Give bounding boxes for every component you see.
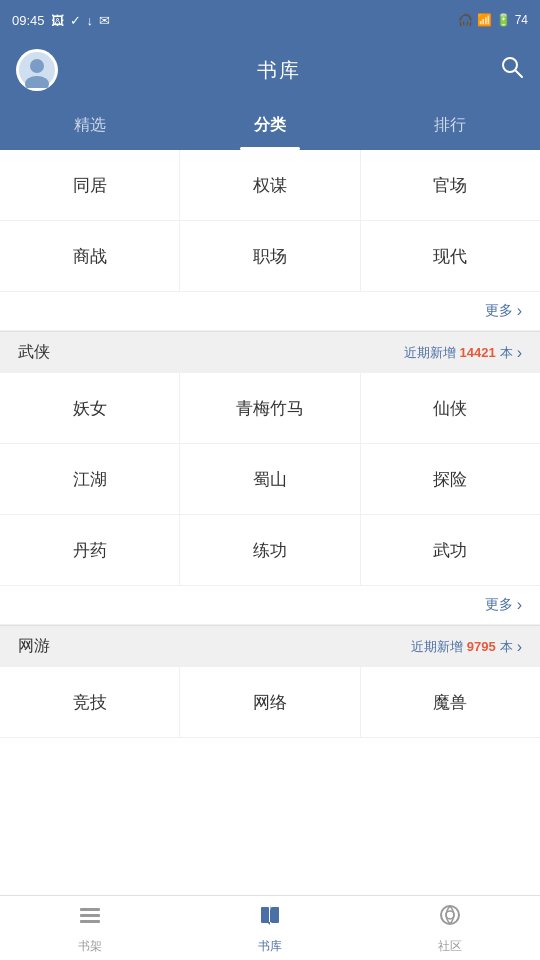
avatar-image <box>19 52 55 88</box>
status-left: 09:45 🖼 ✓ ↓ ✉ <box>12 13 110 28</box>
check-icon: ✓ <box>70 13 81 28</box>
nav-item-bookshelf[interactable]: 书架 <box>0 896 180 960</box>
category-item-guanchang[interactable]: 官场 <box>361 150 540 220</box>
battery-frame-icon: 🔋 <box>496 13 511 27</box>
category-item-jingji[interactable]: 竞技 <box>0 667 180 737</box>
section-title-wuxia: 武侠 <box>18 342 50 363</box>
category-item-shushan[interactable]: 蜀山 <box>180 444 360 514</box>
category-item-xiandai[interactable]: 现代 <box>361 221 540 291</box>
more-row-wuxia: 更多 › <box>0 586 540 625</box>
category-item-zhichang[interactable]: 职场 <box>180 221 360 291</box>
avatar[interactable] <box>16 49 58 91</box>
more-row-romance: 更多 › <box>0 292 540 331</box>
bottom-nav: 书架 书库 社区 <box>0 895 540 960</box>
tab-bar: 精选 分类 排行 <box>0 100 540 150</box>
svg-point-11 <box>441 906 459 924</box>
section-chevron-icon: › <box>517 344 522 362</box>
more-button-wuxia[interactable]: 更多 › <box>485 596 522 614</box>
section-header-onlinegame[interactable]: 网游 近期新增 9795 本 › <box>0 625 540 667</box>
category-item-shangzhan[interactable]: 商战 <box>0 221 180 291</box>
bookshelf-icon <box>77 902 103 934</box>
category-item-qingmeizhuma[interactable]: 青梅竹马 <box>180 373 360 443</box>
svg-rect-7 <box>80 920 100 923</box>
category-row: 妖女 青梅竹马 仙侠 <box>0 373 540 444</box>
nav-item-library[interactable]: 书库 <box>180 896 360 960</box>
category-item-tanxian[interactable]: 探险 <box>361 444 540 514</box>
svg-rect-6 <box>80 914 100 917</box>
content-area: 同居 权谋 官场 商战 职场 现代 更多 › 武侠 <box>0 150 540 895</box>
category-row: 商战 职场 现代 <box>0 221 540 292</box>
category-row: 竞技 网络 魔兽 <box>0 667 540 738</box>
svg-point-1 <box>30 59 44 73</box>
category-item-wugong[interactable]: 武功 <box>361 515 540 585</box>
section-meta-wuxia: 近期新增 14421 本 › <box>404 344 522 362</box>
community-icon <box>437 902 463 934</box>
category-item-tongjv[interactable]: 同居 <box>0 150 180 220</box>
nav-item-community[interactable]: 社区 <box>360 896 540 960</box>
category-item-yaonv[interactable]: 妖女 <box>0 373 180 443</box>
more-button-romance[interactable]: 更多 › <box>485 302 522 320</box>
category-row: 江湖 蜀山 探险 <box>0 444 540 515</box>
category-item-quanmou[interactable]: 权谋 <box>180 150 360 220</box>
section-chevron-og-icon: › <box>517 638 522 656</box>
svg-rect-5 <box>80 908 100 911</box>
category-item-jianghu[interactable]: 江湖 <box>0 444 180 514</box>
page-title: 书库 <box>257 57 301 84</box>
section-romance: 同居 权谋 官场 商战 职场 现代 <box>0 150 540 292</box>
chevron-icon: › <box>517 302 522 320</box>
message-icon: ✉ <box>99 13 110 28</box>
category-item-liangong[interactable]: 练功 <box>180 515 360 585</box>
nav-label-library: 书库 <box>258 938 282 955</box>
library-icon <box>257 902 283 934</box>
tab-featured[interactable]: 精选 <box>0 100 180 150</box>
section-wuxia-grid: 妖女 青梅竹马 仙侠 江湖 蜀山 探险 丹药 练功 <box>0 373 540 586</box>
wifi-icon: 📶 <box>477 13 492 27</box>
nav-label-bookshelf: 书架 <box>78 938 102 955</box>
nav-label-community: 社区 <box>438 938 462 955</box>
category-item-danyao[interactable]: 丹药 <box>0 515 180 585</box>
headphone-icon: 🎧 <box>458 13 473 27</box>
battery-level: 74 <box>515 13 528 27</box>
category-item-wangluo[interactable]: 网络 <box>180 667 360 737</box>
section-header-wuxia[interactable]: 武侠 近期新增 14421 本 › <box>0 331 540 373</box>
category-item-xianxia[interactable]: 仙侠 <box>361 373 540 443</box>
chevron-more-icon: › <box>517 596 522 614</box>
category-item-mashou[interactable]: 魔兽 <box>361 667 540 737</box>
section-meta-onlinegame: 近期新增 9795 本 › <box>411 638 522 656</box>
category-row: 丹药 练功 武功 <box>0 515 540 586</box>
tab-ranking[interactable]: 排行 <box>360 100 540 150</box>
status-bar: 09:45 🖼 ✓ ↓ ✉ 🎧 📶 🔋 74 <box>0 0 540 40</box>
status-right: 🎧 📶 🔋 74 <box>458 13 528 27</box>
app-header: 书库 <box>0 40 540 100</box>
category-row: 同居 权谋 官场 <box>0 150 540 221</box>
status-time: 09:45 <box>12 13 45 28</box>
search-icon[interactable] <box>500 55 524 85</box>
svg-line-4 <box>515 70 522 77</box>
tab-category[interactable]: 分类 <box>180 100 360 150</box>
svg-rect-8 <box>261 907 269 923</box>
section-title-onlinegame: 网游 <box>18 636 50 657</box>
section-onlinegame-grid: 竞技 网络 魔兽 <box>0 667 540 738</box>
download-icon: ↓ <box>87 13 94 28</box>
image-icon: 🖼 <box>51 13 64 28</box>
